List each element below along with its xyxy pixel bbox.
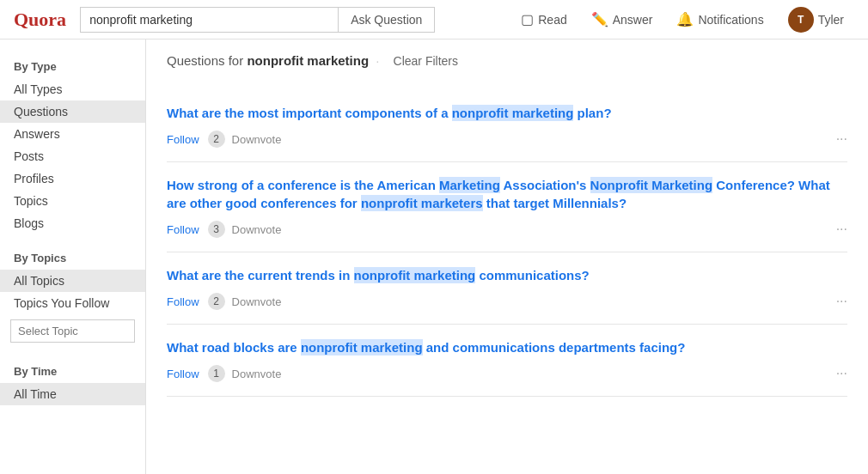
question-2-text-1: How strong of a conference is the Americ… [167, 178, 439, 192]
clear-filters-link[interactable]: Clear Filters [394, 54, 458, 68]
question-item-4: What road blocks are nonprofit marketing… [167, 325, 847, 397]
question-3-text-1: What are the current trends in [167, 268, 354, 283]
question-2-follow-button[interactable]: Follow [167, 223, 199, 236]
question-3-highlight-1: nonprofit marketing [354, 267, 476, 283]
question-1-more-button[interactable]: ··· [836, 131, 847, 147]
question-item-1: What are the most important components o… [167, 90, 847, 162]
content: Questions for nonprofit marketing · Clea… [146, 40, 868, 474]
ask-question-button[interactable]: Ask Question [338, 7, 435, 33]
nav-read-label: Read [538, 13, 566, 27]
sidebar-item-profiles[interactable]: Profiles [0, 167, 145, 190]
nav-answer-label: Answer [613, 13, 653, 27]
question-3-downvote-button[interactable]: Downvote [232, 295, 282, 308]
question-2-text-4: that target Millennials? [483, 196, 627, 210]
question-2-follow-count: 3 [208, 221, 225, 238]
question-2-text-2: Association's [500, 178, 590, 192]
question-title-3[interactable]: What are the current trends in nonprofit… [167, 266, 847, 284]
question-4-text-1: What road blocks are [167, 340, 301, 355]
question-3-follow-count: 2 [208, 293, 225, 310]
question-1-text-2: plan? [573, 106, 611, 120]
question-4-follow-button[interactable]: Follow [167, 368, 199, 380]
answer-icon: ✏️ [591, 11, 608, 27]
question-4-follow-count: 1 [208, 365, 225, 382]
question-2-highlight-1: Marketing [439, 177, 500, 193]
nav-read[interactable]: ▢ Read [510, 6, 577, 33]
question-title-2[interactable]: How strong of a conference is the Americ… [167, 176, 847, 212]
nav-items: ▢ Read ✏️ Answer 🔔 Notifications T Tyler [510, 2, 854, 38]
user-name: Tyler [818, 13, 844, 27]
question-title-1[interactable]: What are the most important components o… [167, 104, 847, 122]
question-4-text-2: and communications departments facing? [423, 340, 686, 355]
question-4-highlight-1: nonprofit marketing [301, 339, 423, 356]
nav-notifications-label: Notifications [698, 13, 763, 27]
question-3-more-button[interactable]: ··· [836, 294, 847, 309]
by-type-title: By Type [0, 53, 145, 78]
results-prefix: Questions for [167, 53, 247, 68]
question-3-follow-button[interactable]: Follow [167, 295, 199, 308]
question-item-3: What are the current trends in nonprofit… [167, 252, 847, 325]
sidebar-item-topics-you-follow[interactable]: Topics You Follow [0, 292, 145, 314]
question-3-text-2: communications? [475, 268, 590, 283]
sidebar-item-all-time[interactable]: All Time [0, 383, 145, 405]
question-1-follow-count: 2 [208, 131, 225, 148]
avatar: T [788, 7, 814, 33]
question-2-more-button[interactable]: ··· [836, 222, 847, 237]
search-input[interactable] [80, 7, 338, 33]
sidebar: By Type All Types Questions Answers Post… [0, 40, 146, 474]
question-3-actions: Follow 2 Downvote ··· [167, 293, 847, 310]
question-4-downvote-button[interactable]: Downvote [232, 368, 282, 380]
question-1-downvote-button[interactable]: Downvote [232, 133, 282, 146]
header: Quora Ask Question ▢ Read ✏️ Answer 🔔 No… [0, 0, 868, 40]
results-query: nonprofit marketing [247, 53, 369, 68]
by-topics-title: By Topics [0, 245, 145, 270]
sidebar-item-all-types[interactable]: All Types [0, 78, 145, 100]
main-container: By Type All Types Questions Answers Post… [0, 40, 868, 474]
question-title-4[interactable]: What road blocks are nonprofit marketing… [167, 338, 847, 356]
question-1-text-1: What are the most important components o… [167, 106, 452, 120]
question-1-highlight-1: nonprofit marketing [452, 105, 574, 121]
read-icon: ▢ [521, 11, 534, 27]
question-1-follow-button[interactable]: Follow [167, 133, 199, 146]
by-time-title: By Time [0, 358, 145, 383]
nav-notifications[interactable]: 🔔 Notifications [666, 6, 773, 33]
question-4-more-button[interactable]: ··· [836, 366, 847, 381]
nav-answer[interactable]: ✏️ Answer [581, 6, 663, 33]
sidebar-item-posts[interactable]: Posts [0, 145, 145, 167]
sidebar-item-blogs[interactable]: Blogs [0, 212, 145, 234]
question-item-2: How strong of a conference is the Americ… [167, 162, 847, 252]
question-2-highlight-2: Nonprofit Marketing [590, 177, 713, 193]
separator: · [372, 53, 383, 68]
search-bar: Ask Question [80, 7, 441, 33]
question-2-downvote-button[interactable]: Downvote [232, 223, 282, 236]
sidebar-item-answers[interactable]: Answers [0, 123, 145, 145]
nav-user[interactable]: T Tyler [778, 2, 854, 38]
logo[interactable]: Quora [14, 9, 66, 31]
select-topic-input[interactable] [10, 319, 135, 343]
sidebar-item-topics[interactable]: Topics [0, 190, 145, 212]
sidebar-item-all-topics[interactable]: All Topics [0, 270, 145, 292]
question-4-actions: Follow 1 Downvote ··· [167, 365, 847, 382]
sidebar-item-questions[interactable]: Questions [0, 100, 145, 123]
question-2-actions: Follow 3 Downvote ··· [167, 221, 847, 238]
question-2-highlight-3: nonprofit marketers [361, 195, 483, 211]
question-1-actions: Follow 2 Downvote ··· [167, 131, 847, 148]
results-header: Questions for nonprofit marketing · Clea… [167, 53, 847, 76]
bell-icon: 🔔 [676, 11, 694, 27]
